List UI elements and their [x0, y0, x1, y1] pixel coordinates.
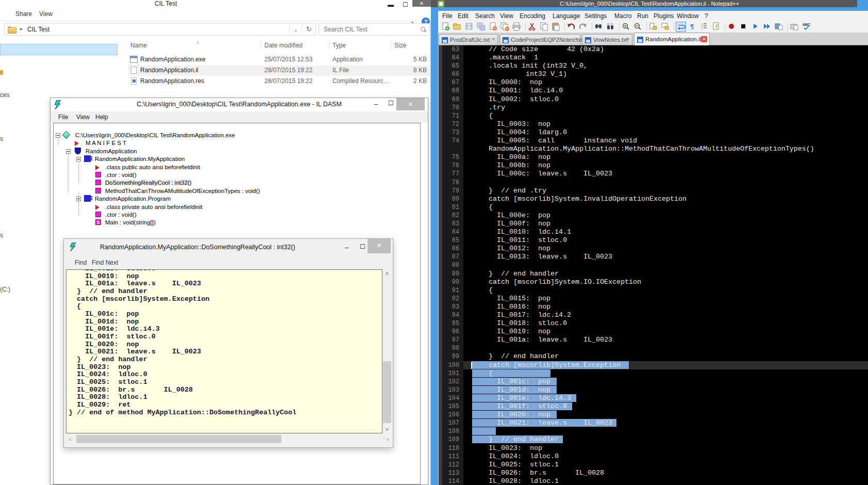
close-all-icon[interactable]: [500, 22, 510, 32]
nav-pane-selected-item[interactable]: [0, 44, 118, 55]
disassembly-minimize-button[interactable]: –: [345, 244, 348, 251]
tab-close-icon[interactable]: ✕: [491, 37, 495, 42]
tree-item[interactable]: .ctor : void(): [54, 171, 420, 179]
nav-pane-item-fragment[interactable]: ces: [0, 91, 10, 99]
document-switcher-icon[interactable]: [790, 22, 800, 32]
macro-save-icon[interactable]: [774, 22, 784, 32]
ildasm-close-button[interactable]: ✕: [396, 98, 425, 110]
npp-menu-window[interactable]: Window: [677, 12, 699, 20]
paste-icon[interactable]: [551, 22, 561, 32]
find-icon[interactable]: [594, 22, 604, 32]
ribbon-tab-view[interactable]: View: [39, 10, 53, 18]
npp-editor[interactable]: 6364656667686970717273747576777879808182…: [438, 45, 868, 485]
search-input[interactable]: Search CIL Test: [319, 23, 430, 36]
macro-record-icon[interactable]: [727, 22, 737, 32]
tree-item[interactable]: C:\Users\lgrin_000\Desktop\CIL Test\Rand…: [54, 132, 420, 139]
function-list-icon[interactable]: [711, 22, 722, 32]
column-header-type[interactable]: Type: [332, 42, 346, 49]
redo-icon[interactable]: [578, 22, 589, 32]
menu-find[interactable]: Find: [75, 259, 87, 266]
tree-item[interactable]: RandomApplication.Program: [54, 195, 420, 203]
file-row[interactable]: RandomApplication.res28/07/2015 19:22Com…: [128, 76, 430, 87]
breadcrumb[interactable]: CIL Test: [27, 26, 49, 33]
explorer-close-button[interactable]: ✕: [412, 0, 431, 7]
tab-vownotes.txt[interactable]: VowNotes.txt✕: [582, 34, 632, 45]
tab-close-icon[interactable]: ✕: [701, 36, 707, 42]
new-file-icon[interactable]: [441, 22, 451, 32]
disassembly-code-area[interactable]: IL_0018: stloc.0 IL_0019: nop IL_001a: l…: [66, 269, 382, 433]
sync-horizontal-scrolling-icon[interactable]: [660, 22, 671, 32]
tree-item[interactable]: MethodThatCanThrowAMultitudeOfExceptionT…: [54, 187, 420, 195]
macro-run-multiple-icon[interactable]: [762, 22, 773, 32]
menu-find-next[interactable]: Find Next: [92, 259, 118, 266]
nav-pane-item-fragment[interactable]: s: [0, 135, 3, 142]
tree-item[interactable]: M A N I F E S T: [54, 139, 420, 147]
menu-help[interactable]: Help: [95, 114, 108, 121]
tree-item[interactable]: .ctor : void(): [54, 211, 420, 219]
tab-close-icon[interactable]: ✕: [574, 37, 578, 42]
close-icon[interactable]: [488, 22, 498, 32]
tree-item[interactable]: SMain : void(string[]): [54, 219, 420, 227]
tab-randomapplication.il[interactable]: RandomApplication.il✕: [634, 33, 710, 45]
print-icon[interactable]: [512, 22, 522, 32]
resize-grip[interactable]: ∷: [383, 436, 390, 442]
scroll-down-icon[interactable]: ˅: [382, 426, 392, 432]
npp-code-area[interactable]: // Code size 42 (0x2a) .maxstack 1 .loca…: [463, 45, 868, 485]
horizontal-scrollbar[interactable]: ‹ ›: [66, 434, 392, 444]
word-wrap-icon[interactable]: [676, 22, 686, 32]
zoom-in-icon[interactable]: [621, 22, 631, 32]
ribbon-tab-share[interactable]: Share: [15, 10, 32, 18]
indent-guide-icon[interactable]: [699, 22, 710, 32]
nav-pane-item-fragment[interactable]: s: [0, 232, 3, 239]
npp-menu-file[interactable]: File: [442, 12, 452, 20]
menu-file[interactable]: File: [58, 114, 68, 121]
ildasm-maximize-button[interactable]: ☐: [388, 100, 394, 107]
refresh-icon[interactable]: ↻: [302, 24, 316, 35]
nav-pane-item-fragment[interactable]: (C:): [0, 286, 10, 293]
sync-vertical-scrolling-icon[interactable]: [648, 22, 659, 32]
npp-menu-run[interactable]: Run: [637, 12, 648, 20]
zoom-out-icon[interactable]: [633, 22, 643, 32]
macro-play-icon[interactable]: [750, 22, 761, 32]
npp-menu-search[interactable]: Search: [475, 12, 495, 20]
tab-codeprojecteqp2notes.txt[interactable]: CodeProjectEQP2Notes.txt✕: [499, 34, 580, 45]
tab-close-icon[interactable]: ✕: [626, 37, 630, 42]
open-file-icon[interactable]: [453, 22, 463, 32]
npp-menu-macro[interactable]: Macro: [614, 12, 631, 20]
disassembly-close-button[interactable]: ✕: [368, 239, 391, 253]
npp-menu-settings[interactable]: Settings: [585, 12, 607, 20]
copy-icon[interactable]: [539, 22, 549, 32]
file-row[interactable]: RandomApplication.exe25/07/2015 12:53App…: [128, 54, 430, 65]
column-header-date[interactable]: Date modified: [264, 42, 303, 49]
spell-check-icon[interactable]: ABC: [802, 22, 812, 32]
undo-icon[interactable]: [566, 22, 577, 32]
tree-item[interactable]: RandomApplication: [54, 148, 420, 155]
npp-titlebar[interactable]: C:\Users\lgrin_000\Desktop\CIL Test\Rand…: [431, 0, 868, 7]
tree-item[interactable]: .class private auto ansi beforefieldinit: [54, 203, 420, 211]
npp-menu-help[interactable]: ?: [705, 12, 708, 20]
vertical-scrollbar-thumb[interactable]: [383, 361, 391, 423]
npp-menu-edit[interactable]: Edit: [458, 12, 469, 20]
tree-item[interactable]: .class public auto ansi beforefieldinit: [54, 164, 420, 171]
npp-menu-language[interactable]: Language: [553, 12, 580, 20]
disassembly-maximize-button[interactable]: ☐: [360, 243, 365, 250]
npp-menu-plugins[interactable]: Plugins: [654, 12, 674, 20]
horizontal-scrollbar-thumb[interactable]: [76, 435, 281, 443]
replace-icon[interactable]: ab: [606, 22, 616, 32]
column-header-size[interactable]: Size: [394, 42, 406, 49]
cut-icon[interactable]: [527, 22, 538, 32]
scroll-up-icon[interactable]: ˄: [382, 270, 392, 277]
scroll-left-icon[interactable]: ‹: [67, 436, 73, 442]
tab-postdraftjic.txt[interactable]: PostDraftJic.txt✕: [439, 34, 498, 45]
menu-view[interactable]: View: [76, 114, 90, 121]
save-all-icon[interactable]: [476, 22, 487, 32]
show-all-characters-icon[interactable]: ¶: [688, 22, 698, 32]
file-row[interactable]: RandomApplication.il28/07/2015 19:22IL F…: [128, 65, 430, 76]
tree-item[interactable]: RandomApplication.MyApplication: [54, 155, 420, 163]
address-dropdown-icon[interactable]: ⌄: [289, 24, 302, 35]
address-bar[interactable]: ▸ CIL Test ⌄ ↻: [4, 23, 316, 36]
ildasm-titlebar[interactable]: C:\Users\lgrin_000\Desktop\CIL Test\Rand…: [51, 98, 428, 111]
ildasm-minimize-button[interactable]: –: [374, 100, 378, 108]
npp-menu-encoding[interactable]: Encoding: [520, 12, 545, 20]
save-icon[interactable]: [464, 22, 475, 32]
